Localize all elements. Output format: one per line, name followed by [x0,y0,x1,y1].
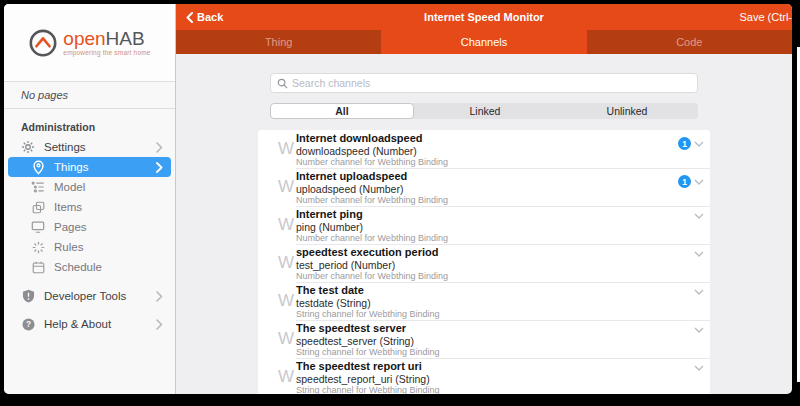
shield-icon [20,289,36,303]
sidebar-item-items[interactable]: Items [4,197,175,217]
channel-row-speedtest-server[interactable]: W The speedtest server speedtest_server … [258,320,710,358]
back-button[interactable]: Back [176,11,266,23]
administration-section-label: Administration [21,121,175,133]
search-bar [270,73,698,93]
chevron-down-icon[interactable] [694,179,704,185]
tab-code[interactable]: Code [587,30,792,54]
chevron-down-icon[interactable] [694,365,704,371]
sidebar-item-things[interactable]: Things [8,157,171,177]
monitor-icon [30,220,46,234]
model-tree-icon [30,180,46,194]
openhab-logo-icon [28,28,58,58]
webthing-binding-icon: W [278,329,294,349]
sidebar-nav: Settings Things [4,137,175,277]
page-title: Internet Speed Monitor [266,11,702,23]
brand-tagline: empowering the smart home [63,49,150,56]
page-header: Back Internet Speed Monitor Save (Ctrl- [176,4,792,30]
chevron-down-icon[interactable] [694,213,704,219]
chevron-down-icon[interactable] [694,251,704,257]
sidebar-item-pages[interactable]: Pages [4,217,175,237]
thing-tabbar: Thing Channels Code [176,30,792,54]
chevron-down-icon[interactable] [694,327,704,333]
webthing-binding-icon: W [278,291,294,311]
filter-segmented-control: All Linked Unlinked [270,103,698,119]
tab-thing[interactable]: Thing [176,30,381,54]
chevron-down-icon[interactable] [694,141,704,147]
webthing-binding-icon: W [278,367,294,387]
chevron-right-icon [156,142,163,153]
segment-linked[interactable]: Linked [414,103,556,119]
linked-items-badge: 1 [678,137,691,150]
segment-all[interactable]: All [270,103,414,119]
chevron-down-icon[interactable] [694,289,704,295]
channel-row-testdate[interactable]: W The test date testdate (String) String… [258,282,710,320]
brand-name: openHAB [63,29,150,48]
channels-panel: All Linked Unlinked W Internet downloads… [176,54,792,394]
webthing-binding-icon: W [278,177,294,197]
sidebar-item-model[interactable]: Model [4,177,175,197]
search-input[interactable] [292,77,691,89]
openhab-logo: openHAB empowering the smart home [4,4,175,82]
sidebar-item-rules[interactable]: Rules [4,237,175,257]
chevron-right-icon [156,162,163,173]
search-icon [277,78,288,89]
channel-row-downloadspeed[interactable]: W Internet downloadspeed downloadspeed (… [258,130,710,168]
help-circle-icon: ? [20,318,36,331]
channel-row-ping[interactable]: W Internet ping ping (Number) Number cha… [258,206,710,244]
sidebar-item-help-about[interactable]: ? Help & About [4,314,175,334]
sidebar-footer: Developer Tools ? Help & About [4,286,175,334]
sidebar-item-settings[interactable]: Settings [4,137,175,157]
linked-items-badge: 1 [678,175,691,188]
gear-icon [20,140,36,154]
channel-row-test-period[interactable]: W speedtest execution period test_period… [258,244,710,282]
sparkle-icon [30,241,46,254]
app-window: openHAB empowering the smart home No pag… [4,4,792,394]
chevron-right-icon [156,319,163,330]
chevron-right-icon [156,291,163,302]
channel-row-uploadspeed[interactable]: W Internet uploadspeed uploadspeed (Numb… [258,168,710,206]
sidebar: openHAB empowering the smart home No pag… [4,4,176,394]
sidebar-item-schedule[interactable]: Schedule [4,257,175,277]
save-button[interactable]: Save (Ctrl- [702,11,792,23]
calendar-icon [30,261,46,274]
webthing-binding-icon: W [278,215,294,235]
channel-list: W Internet downloadspeed downloadspeed (… [258,130,710,394]
webthing-binding-icon: W [278,139,294,159]
segment-unlinked[interactable]: Unlinked [556,103,698,119]
chevron-left-icon [186,12,193,23]
svg-text:?: ? [25,319,30,329]
location-pin-icon [30,160,46,175]
copy-squares-icon [30,201,46,214]
no-pages-label: No pages [4,82,175,109]
webthing-binding-icon: W [278,253,294,273]
channel-row-speedtest-report-uri[interactable]: W The speedtest report uri speedtest_rep… [258,358,710,394]
tab-channels[interactable]: Channels [381,30,586,54]
sidebar-item-developer-tools[interactable]: Developer Tools [4,286,175,306]
